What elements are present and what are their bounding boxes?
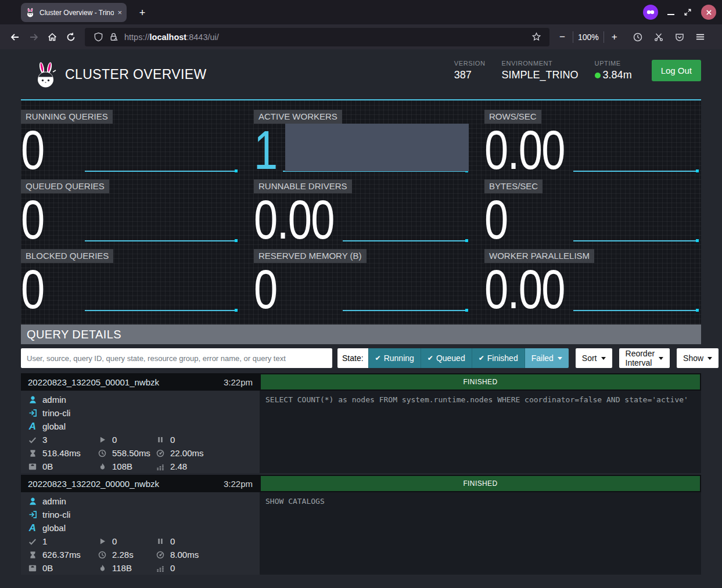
window-titlebar: Cluster Overview - Trino × + [0,0,722,24]
url-text[interactable]: https://localhost:8443/ui/ [124,33,529,42]
connection-lock-icon[interactable] [106,32,121,42]
running-splits-play-icon [98,538,107,545]
state-filter-group: State: ✔ Running ✔ Queued ✔ Finished Fai… [337,348,569,368]
query-list: 20220823_132205_00001_nwbzk 3:22pm admin… [21,373,701,575]
reload-button[interactable] [62,28,80,46]
back-button[interactable] [6,28,24,46]
show-dropdown[interactable]: Show [677,348,719,368]
sparkline [573,310,698,311]
version-metric: VERSION 387 [454,60,486,81]
uptime-metric: UPTIME 3.84m [595,60,632,81]
query-resource-group: global [42,523,66,533]
restore-button[interactable] [684,8,692,16]
home-button[interactable] [43,28,62,46]
resource-group-icon: A [28,422,37,431]
sparkline-area-fill [285,124,469,171]
bookmark-star-icon[interactable] [529,32,544,42]
query-resource-group: global [42,421,66,431]
screenshot-scissors-icon[interactable] [649,28,668,46]
stat-worker-parallelism: WORKER PARALLELISM 0.00 [484,248,699,312]
source-login-icon [28,409,37,417]
state-filter-running[interactable]: ✔ Running [368,348,421,368]
state-filter-queued[interactable]: ✔ Queued [421,348,472,368]
state-filter-failed-dropdown[interactable]: Failed [525,348,569,368]
peak-memory-flame-icon [98,564,107,572]
chevron-down-icon [558,357,562,360]
query-sql-text: SHOW CATALOGS [260,492,701,575]
query-time: 3:22pm [224,377,253,387]
running-splits-play-icon [98,436,107,443]
query-status-badge: FINISHED [261,374,700,389]
sparkline [343,310,468,311]
cumulative-memory-chart-icon [156,463,165,471]
queued-splits-pause-icon [156,538,165,545]
tab-title: Cluster Overview - Trino [39,9,114,17]
trino-cluster-overview-page: CLUSTER OVERVIEW VERSION 387 ENVIRONMENT… [0,49,722,588]
window-controls [643,5,716,20]
pocket-icon[interactable] [670,28,689,46]
zoom-level[interactable]: 100% [578,33,599,42]
queued-splits-pause-icon [156,436,165,443]
sparkline [573,240,698,241]
query-filter-toolbar: State: ✔ Running ✔ Queued ✔ Finished Fai… [21,348,701,368]
history-clock-icon[interactable] [628,28,647,46]
zoom-controls: − 100% + [556,31,620,43]
sparkline [85,240,237,241]
query-id-link[interactable]: 20220823_132205_00001_nwbzk [28,377,159,387]
chevron-down-icon [659,357,663,360]
user-icon [28,497,37,506]
chevron-down-icon [707,357,712,360]
query-summary: 20220823_132202_00000_nwbzk 3:22pm admin… [21,475,260,575]
resource-group-icon: A [28,524,37,533]
search-input[interactable] [21,348,332,368]
current-memory-scale-icon [28,463,37,471]
cpu-time-gauge-icon [156,449,165,457]
elapsed-time-clock-icon [98,449,107,457]
query-details-header: QUERY DETAILS [21,324,701,344]
stat-runnable-drivers: RUNNABLE DRIVERS 0.00 [254,178,469,242]
cpu-time-gauge-icon [156,551,165,559]
current-memory-scale-icon [28,564,37,572]
sort-dropdown[interactable]: Sort [576,348,612,368]
zoom-in-button[interactable]: + [609,31,620,43]
query-sql-text: SELECT COUNT(*) as nodes FROM system.run… [260,391,701,473]
query-id-link[interactable]: 20220823_132202_00000_nwbzk [28,479,159,489]
trino-favicon-bunny-icon [26,8,35,17]
new-tab-button[interactable]: + [135,5,150,20]
cluster-stats-section: RUNNING QUERIES 0 ACTIVE WORKERS 1 ROWS/… [21,100,701,324]
tracking-shield-icon[interactable] [91,32,106,42]
completed-splits-check-icon [28,436,37,444]
sparkline [85,310,237,311]
query-status-badge: FINISHED [261,476,700,491]
tab-close-icon[interactable]: × [117,8,122,17]
page-header: CLUSTER OVERVIEW VERSION 387 ENVIRONMENT… [21,49,701,100]
stat-blocked-queries: BLOCKED QUERIES 0 [21,248,238,312]
trino-bunny-logo [34,62,58,89]
stat-queued-queries: QUEUED QUERIES 0 [21,178,238,242]
query-row: 20220823_132202_00000_nwbzk 3:22pm admin… [21,475,701,575]
browser-tab[interactable]: Cluster Overview - Trino × [21,3,127,22]
forward-button[interactable] [24,28,43,46]
zoom-out-button[interactable]: − [556,31,568,43]
query-detail-pane: FINISHED SELECT COUNT(*) as nodes FROM s… [260,373,701,473]
browser-toolbar: https://localhost:8443/ui/ − 100% + [0,24,722,49]
minimize-button[interactable] [667,9,674,15]
source-login-icon [28,510,37,519]
query-detail-pane: FINISHED SHOW CATALOGS [260,475,701,575]
menu-hamburger-icon[interactable] [691,28,710,46]
check-icon: ✔ [375,354,381,362]
state-filter-finished[interactable]: ✔ Finished [472,348,525,368]
reorder-interval-dropdown[interactable]: Reorder Interval [619,348,670,368]
state-label: State: [337,348,368,368]
environment-metric: ENVIRONMENT SIMPLE_TRINO [502,60,579,81]
cumulative-memory-chart-icon [156,564,165,572]
stat-active-workers: ACTIVE WORKERS 1 [254,109,469,172]
query-time: 3:22pm [224,479,253,489]
close-window-button[interactable] [701,5,716,20]
url-bar[interactable]: https://localhost:8443/ui/ [85,28,549,46]
wall-time-hourglass-icon [28,449,37,457]
sparkline [85,171,237,172]
logout-button[interactable]: Log Out [652,60,701,81]
query-source: trino-cli [42,510,70,520]
stat-reserved-memory: RESERVED MEMORY (B) 0 [254,248,469,312]
